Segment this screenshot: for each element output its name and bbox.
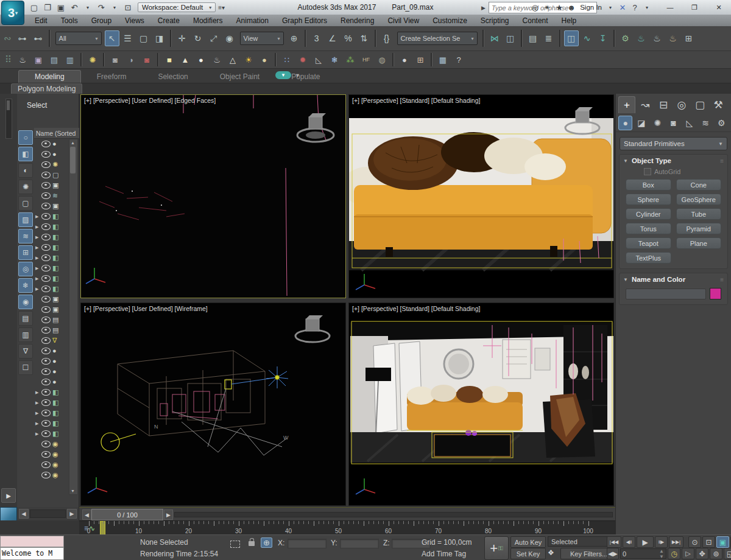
- communication-center-icon[interactable]: ✴: [541, 2, 553, 13]
- x-coordinate-field[interactable]: [288, 539, 327, 548]
- utilities-tab[interactable]: ⚒: [710, 96, 727, 113]
- systems-subtab[interactable]: ⚙: [715, 116, 729, 130]
- help-icon[interactable]: ?: [629, 2, 641, 13]
- objecttype-geosphere-button[interactable]: GeoSphere: [676, 194, 722, 205]
- set-keys-button[interactable]: +⚿: [484, 536, 509, 560]
- maxscript-listener-field[interactable]: Welcome to M: [0, 547, 64, 560]
- filter-bones-icon[interactable]: ⊞: [18, 245, 33, 260]
- ribbon-tab-object-paint[interactable]: Object Paint: [204, 71, 275, 83]
- explorer-row[interactable]: ◉: [34, 449, 71, 460]
- select-and-move-icon[interactable]: ✛: [175, 30, 189, 46]
- scroll-up-icon[interactable]: ▲: [69, 139, 76, 146]
- explorer-row[interactable]: ▶◧: [34, 408, 71, 418]
- visibility-eye-icon[interactable]: [41, 472, 51, 478]
- objecttype-tube-button[interactable]: Tube: [676, 208, 722, 220]
- viewport-top-right[interactable]: [+] [Perspective] [Standard] [Default Sh…: [348, 94, 614, 298]
- explorer-row[interactable]: ●: [34, 346, 71, 356]
- modify-tab[interactable]: ↝: [637, 96, 654, 113]
- explorer-row[interactable]: ▶◧: [34, 242, 71, 253]
- viewport-label[interactable]: [+] [Perspective] [User Defined] [Wirefr…: [84, 305, 208, 312]
- filter-helpers-icon[interactable]: ▨: [18, 212, 33, 227]
- named-selection-sets-dropdown[interactable]: Create Selection Se▾: [397, 32, 478, 45]
- scroll-track[interactable]: [30, 509, 66, 518]
- previous-frame-arrow[interactable]: ◀: [82, 509, 91, 520]
- expand-arrow-icon[interactable]: ▶: [35, 390, 40, 395]
- explorer-row[interactable]: ▤: [34, 325, 71, 335]
- open-in-viewer-icon[interactable]: ⊞: [682, 30, 696, 46]
- auto-key-button[interactable]: Auto Key: [510, 536, 546, 548]
- visibility-eye-icon[interactable]: [41, 441, 51, 447]
- visibility-eye-icon[interactable]: [41, 161, 51, 168]
- select-and-place-icon[interactable]: ◉: [222, 30, 237, 46]
- visibility-eye-icon[interactable]: [41, 358, 51, 365]
- sphere-primitive-icon[interactable]: ●: [194, 53, 208, 66]
- explorer-row[interactable]: ▶◧: [34, 222, 71, 232]
- create-tab[interactable]: +: [618, 96, 635, 113]
- use-pivot-point-center-icon[interactable]: ⊕: [287, 30, 302, 46]
- key-selection-dropdown[interactable]: Selected ▼: [548, 536, 616, 547]
- redo-button[interactable]: ↷: [95, 2, 107, 13]
- visibility-eye-icon[interactable]: [41, 141, 51, 147]
- explorer-row[interactable]: ▶◧: [34, 387, 71, 397]
- explorer-row[interactable]: ▤: [34, 315, 71, 325]
- explorer-row[interactable]: ●: [34, 149, 71, 159]
- geometry-subtab[interactable]: ●: [618, 116, 632, 130]
- visibility-eye-icon[interactable]: [41, 192, 51, 199]
- sun-light-icon[interactable]: ☀: [241, 53, 256, 66]
- selection-lock-icon[interactable]: [249, 541, 255, 546]
- snowflake-icon[interactable]: ❄: [327, 53, 342, 66]
- clipboard-icon[interactable]: ▦: [436, 53, 450, 66]
- filter-shapes-icon[interactable]: ◐: [18, 163, 33, 178]
- reference-coordinate-system-dropdown[interactable]: View▾: [240, 32, 284, 45]
- render-production-icon[interactable]: ♨: [666, 30, 680, 46]
- video-camera-icon[interactable]: ◙: [139, 53, 154, 66]
- visibility-eye-icon[interactable]: [41, 254, 51, 261]
- help-dropdown[interactable]: ▾: [641, 2, 653, 13]
- visibility-eye-icon[interactable]: [41, 337, 51, 344]
- scroll-thumb[interactable]: [70, 147, 76, 173]
- minimize-button[interactable]: —: [658, 0, 682, 15]
- render-teapot-icon[interactable]: ♨: [15, 53, 30, 66]
- rendered-frame-window-icon[interactable]: ♨: [650, 30, 665, 46]
- select-and-scale-icon[interactable]: ⤢: [207, 30, 221, 46]
- explorer-row[interactable]: ▶◧: [34, 429, 71, 439]
- explorer-row[interactable]: ▶◧: [34, 284, 71, 294]
- explorer-row[interactable]: ▣: [34, 304, 71, 315]
- curve-editor-icon[interactable]: ◫: [564, 30, 579, 46]
- save-file-button[interactable]: ▣: [55, 2, 67, 13]
- visibility-eye-icon[interactable]: [41, 379, 51, 385]
- viewport-label[interactable]: [+] [Perspective] [Standard] [Default Sh…: [352, 97, 480, 104]
- sphere-gray-icon[interactable]: ●: [397, 53, 412, 66]
- objecttype-cone-button[interactable]: Cone: [676, 179, 722, 191]
- ribbon-panel-polygon-modeling[interactable]: Polygon Modeling: [11, 83, 82, 94]
- explorer-row[interactable]: ∇: [34, 335, 71, 346]
- box-primitive-icon[interactable]: ■: [162, 53, 177, 66]
- explorer-vertical-scrollbar[interactable]: ▲ ▼: [69, 139, 78, 495]
- favorites-icon[interactable]: ★: [553, 2, 565, 13]
- time-configuration-button[interactable]: ◷: [668, 548, 680, 559]
- pick-container-icon[interactable]: ☐: [18, 360, 33, 375]
- select-and-rotate-icon[interactable]: ↻: [191, 30, 205, 46]
- pan-view-button[interactable]: ✥: [696, 548, 708, 559]
- visibility-eye-icon[interactable]: [41, 296, 51, 303]
- explorer-row[interactable]: ▶◧: [34, 232, 71, 242]
- percent-snap-toggle-icon[interactable]: %: [341, 30, 356, 46]
- menu-help[interactable]: Help: [555, 15, 584, 26]
- current-frame-field[interactable]: 0 ▲▼: [620, 548, 666, 559]
- toolbar-overflow-icon[interactable]: ≡▾: [218, 4, 225, 11]
- object-name-field[interactable]: [626, 289, 706, 299]
- menu-edit[interactable]: Edit: [28, 15, 54, 26]
- visibility-eye-icon[interactable]: [41, 213, 51, 220]
- schematic-view-icon[interactable]: ∿: [580, 30, 595, 46]
- shading-moon-icon[interactable]: ◑: [124, 53, 138, 66]
- visibility-eye-icon[interactable]: [41, 244, 51, 251]
- set-key-button[interactable]: Set Key: [510, 548, 546, 559]
- open-file-button[interactable]: ❐: [41, 2, 54, 13]
- toggle-scene-explorer-icon[interactable]: ▤: [526, 30, 540, 46]
- explorer-row[interactable]: ▶◧: [34, 211, 71, 222]
- visibility-eye-icon[interactable]: [41, 223, 51, 230]
- help-circle-icon[interactable]: ?: [451, 53, 466, 66]
- menu-rendering[interactable]: Rendering: [334, 15, 381, 26]
- orbit-button[interactable]: ⊚: [710, 548, 722, 559]
- workspace-dropdown[interactable]: Workspace: Default ▾: [138, 2, 216, 12]
